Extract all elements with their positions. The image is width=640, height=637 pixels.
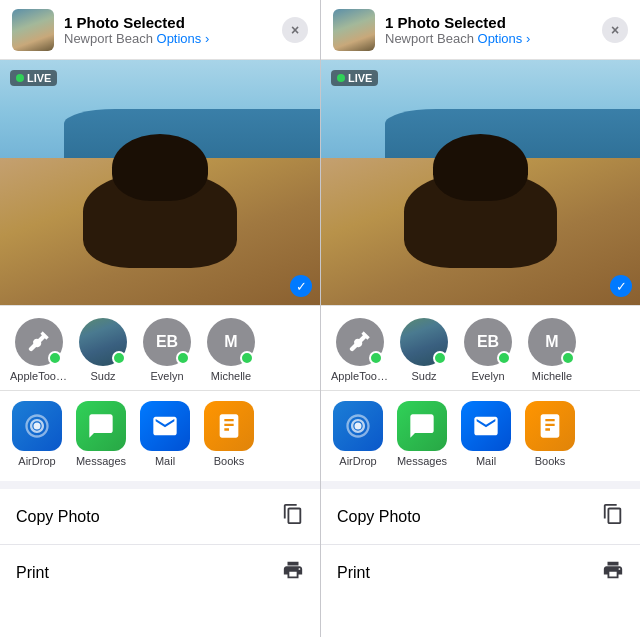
books-icon-right bbox=[525, 401, 575, 451]
mail-icon-left bbox=[140, 401, 190, 451]
michelle-initials-left: M bbox=[224, 333, 237, 351]
books-label-right: Books bbox=[535, 455, 566, 467]
books-label-left: Books bbox=[214, 455, 245, 467]
messages-svg-right bbox=[408, 412, 436, 440]
messages-icon-left bbox=[76, 401, 126, 451]
copy-photo-icon-right bbox=[602, 503, 624, 530]
appletoolbox-online-dot-left bbox=[48, 351, 62, 365]
photo-thumbnail-right bbox=[333, 9, 375, 51]
photo-scene-left bbox=[0, 60, 320, 305]
mail-icon-right bbox=[461, 401, 511, 451]
mail-label-right: Mail bbox=[476, 455, 496, 467]
books-svg-right bbox=[536, 412, 564, 440]
app-messages-left[interactable]: Messages bbox=[72, 401, 130, 467]
app-messages-right[interactable]: Messages bbox=[393, 401, 451, 467]
live-badge-left: LIVE bbox=[10, 70, 57, 86]
actions-list-right: Copy Photo Print bbox=[321, 489, 640, 637]
person-appletoolbox-right[interactable]: AppleToolBox bbox=[331, 318, 389, 382]
people-row-left: AppleToolBox Sudz EB Evelyn M Michelle bbox=[0, 305, 320, 390]
copy-photo-action-right[interactable]: Copy Photo bbox=[321, 489, 640, 545]
photo-count-right: 1 Photo Selected bbox=[385, 14, 592, 31]
app-mail-left[interactable]: Mail bbox=[136, 401, 194, 467]
close-button-left[interactable]: × bbox=[282, 17, 308, 43]
evelyn-online-dot-left bbox=[176, 351, 190, 365]
person-sudz-right[interactable]: Sudz bbox=[395, 318, 453, 382]
print-action-right[interactable]: Print bbox=[321, 545, 640, 600]
sudz-label-left: Sudz bbox=[90, 370, 115, 382]
evelyn-avatar-left: EB bbox=[143, 318, 191, 366]
person-evelyn-left[interactable]: EB Evelyn bbox=[138, 318, 196, 382]
photo-area-left: LIVE ✓ bbox=[0, 60, 320, 305]
sudz-online-dot-right bbox=[433, 351, 447, 365]
svg-point-0 bbox=[34, 423, 41, 430]
location-right: Newport Beach Options › bbox=[385, 31, 592, 46]
print-label-left: Print bbox=[16, 564, 49, 582]
photo-thumbnail-left bbox=[12, 9, 54, 51]
appletoolbox-avatar-right bbox=[336, 318, 384, 366]
michelle-initials-right: M bbox=[545, 333, 558, 351]
app-books-left[interactable]: Books bbox=[200, 401, 258, 467]
app-airdrop-left[interactable]: AirDrop bbox=[8, 401, 66, 467]
live-text-right: LIVE bbox=[348, 72, 372, 84]
messages-label-left: Messages bbox=[76, 455, 126, 467]
print-icon-svg-right bbox=[602, 559, 624, 581]
dog-head-left bbox=[112, 134, 208, 201]
evelyn-initials-left: EB bbox=[156, 333, 178, 351]
dog-head-right bbox=[433, 134, 529, 201]
appletoolbox-avatar-left bbox=[15, 318, 63, 366]
share-header-right: 1 Photo Selected Newport Beach Options ›… bbox=[321, 0, 640, 60]
live-badge-right: LIVE bbox=[331, 70, 378, 86]
airdrop-svg-right bbox=[344, 412, 372, 440]
print-icon-right bbox=[602, 559, 624, 586]
person-michelle-left[interactable]: M Michelle bbox=[202, 318, 260, 382]
michelle-label-right: Michelle bbox=[532, 370, 572, 382]
appletoolbox-label-left: AppleToolBox bbox=[10, 370, 68, 382]
mail-svg-left bbox=[151, 412, 179, 440]
close-button-right[interactable]: × bbox=[602, 17, 628, 43]
photo-count-left: 1 Photo Selected bbox=[64, 14, 272, 31]
live-dot-right bbox=[337, 74, 345, 82]
person-appletoolbox-left[interactable]: AppleToolBox bbox=[10, 318, 68, 382]
live-text-left: LIVE bbox=[27, 72, 51, 84]
airdrop-svg-left bbox=[23, 412, 51, 440]
people-row-right: AppleToolBox Sudz EB Evelyn M Michelle bbox=[321, 305, 640, 390]
sudz-label-right: Sudz bbox=[411, 370, 436, 382]
print-action-left[interactable]: Print bbox=[0, 545, 320, 600]
options-link-left[interactable]: Options › bbox=[157, 31, 210, 46]
airdrop-icon-right bbox=[333, 401, 383, 451]
person-evelyn-right[interactable]: EB Evelyn bbox=[459, 318, 517, 382]
app-airdrop-right[interactable]: AirDrop bbox=[329, 401, 387, 467]
copy-photo-icon-left bbox=[282, 503, 304, 530]
app-books-right[interactable]: Books bbox=[521, 401, 579, 467]
photo-scene-right bbox=[321, 60, 640, 305]
live-dot-left bbox=[16, 74, 24, 82]
check-badge-left: ✓ bbox=[290, 275, 312, 297]
appletoolbox-label-right: AppleToolBox bbox=[331, 370, 389, 382]
sudz-avatar-right bbox=[400, 318, 448, 366]
location-left: Newport Beach Options › bbox=[64, 31, 272, 46]
svg-point-1 bbox=[355, 423, 362, 430]
michelle-label-left: Michelle bbox=[211, 370, 251, 382]
airdrop-label-left: AirDrop bbox=[18, 455, 55, 467]
michelle-avatar-left: M bbox=[207, 318, 255, 366]
apps-row-right: AirDrop Messages Mail B bbox=[321, 390, 640, 481]
messages-label-right: Messages bbox=[397, 455, 447, 467]
print-label-right: Print bbox=[337, 564, 370, 582]
check-badge-right: ✓ bbox=[610, 275, 632, 297]
michelle-avatar-right: M bbox=[528, 318, 576, 366]
copy-photo-label-right: Copy Photo bbox=[337, 508, 421, 526]
copy-photo-action-left[interactable]: Copy Photo bbox=[0, 489, 320, 545]
person-michelle-right[interactable]: M Michelle bbox=[523, 318, 581, 382]
person-sudz-left[interactable]: Sudz bbox=[74, 318, 132, 382]
share-header-left: 1 Photo Selected Newport Beach Options ›… bbox=[0, 0, 320, 60]
location-text-left: Newport Beach bbox=[64, 31, 153, 46]
evelyn-label-right: Evelyn bbox=[471, 370, 504, 382]
evelyn-online-dot-right bbox=[497, 351, 511, 365]
michelle-online-dot-left bbox=[240, 351, 254, 365]
options-link-right[interactable]: Options › bbox=[478, 31, 531, 46]
evelyn-label-left: Evelyn bbox=[150, 370, 183, 382]
app-mail-right[interactable]: Mail bbox=[457, 401, 515, 467]
michelle-online-dot-right bbox=[561, 351, 575, 365]
dog-left bbox=[64, 134, 256, 269]
wrench-icon-right bbox=[347, 329, 373, 355]
